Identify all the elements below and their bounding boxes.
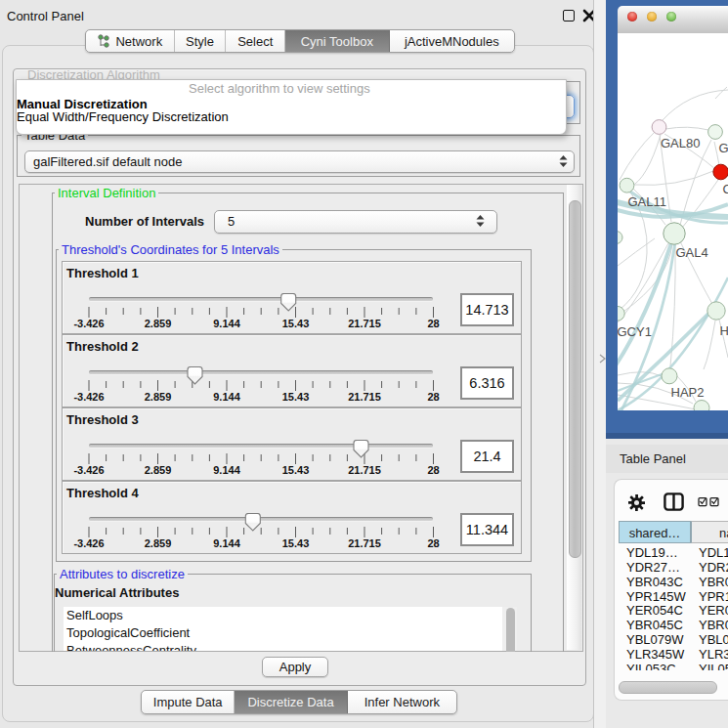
svg-text:-3.426: -3.426: [73, 537, 104, 549]
svg-text:9.144: 9.144: [213, 318, 240, 329]
svg-text:9.144: 9.144: [213, 537, 240, 549]
svg-text:GCY1: GCY1: [618, 324, 652, 339]
svg-text:C: C: [723, 182, 728, 196]
svg-text:21.715: 21.715: [348, 318, 381, 329]
svg-text:H: H: [720, 323, 728, 338]
svg-text:-3.426: -3.426: [73, 391, 104, 403]
svg-text:21.715: 21.715: [348, 391, 381, 403]
svg-text:GAL11: GAL11: [628, 194, 667, 209]
svg-text:2.859: 2.859: [145, 464, 172, 476]
svg-text:21.715: 21.715: [348, 464, 381, 476]
svg-text:HAP2: HAP2: [671, 385, 705, 400]
svg-text:28: 28: [427, 391, 439, 403]
svg-text:28: 28: [427, 464, 439, 476]
svg-text:GAL4: GAL4: [676, 245, 708, 260]
svg-text:15.43: 15.43: [282, 318, 310, 329]
svg-text:15.43: 15.43: [282, 391, 310, 403]
svg-text:28: 28: [427, 537, 439, 549]
svg-text:15.43: 15.43: [282, 464, 310, 476]
svg-text:15.43: 15.43: [282, 537, 310, 549]
svg-text:2.859: 2.859: [145, 391, 172, 403]
svg-text:21.715: 21.715: [348, 537, 381, 549]
svg-text:2.859: 2.859: [145, 537, 172, 549]
svg-text:28: 28: [427, 318, 439, 329]
svg-text:G.: G.: [719, 141, 728, 155]
svg-text:-3.426: -3.426: [73, 318, 104, 329]
svg-text:9.144: 9.144: [213, 391, 240, 403]
svg-text:-3.426: -3.426: [73, 464, 104, 476]
svg-text:GAL80: GAL80: [661, 136, 700, 150]
svg-text:9.144: 9.144: [213, 464, 240, 476]
svg-text:2.859: 2.859: [145, 318, 172, 329]
